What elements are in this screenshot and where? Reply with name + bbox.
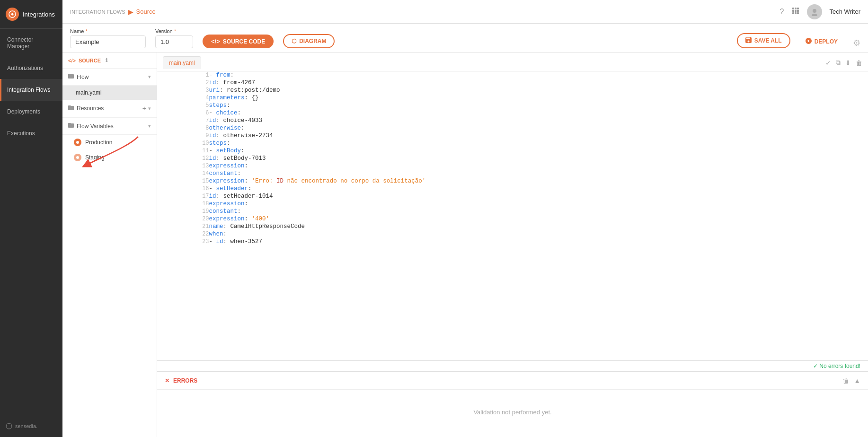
code-line: 2 id: from-4267 — [157, 79, 868, 87]
sidebar: Integrations Connector Manager Authoriza… — [0, 0, 62, 437]
flow-variables-section[interactable]: Flow Variables ▾ — [62, 117, 157, 135]
svg-point-13 — [76, 141, 79, 144]
brand-label: sensedia. — [15, 423, 37, 429]
flow-chevron-icon: ▾ — [148, 74, 151, 80]
code-line: 16 - setHeader: — [157, 185, 868, 192]
code-line: 20 expression: '400' — [157, 215, 868, 223]
env-production[interactable]: Production — [62, 135, 157, 150]
svg-rect-3 — [795, 8, 797, 9]
left-tree-panel: </> SOURCE ℹ Flow ▾ main.yaml — [62, 52, 157, 437]
breadcrumb: INTEGRATION FLOWS ▶ Source — [70, 8, 156, 16]
resources-label: Resources — [77, 105, 104, 112]
sidebar-item-deployments[interactable]: Deployments — [0, 101, 62, 122]
editor-download-icon[interactable]: ⬇ — [845, 59, 851, 67]
breadcrumb-separator: ▶ — [128, 8, 133, 16]
editor-copy-icon[interactable]: ⧉ — [836, 59, 841, 67]
code-line: 10 steps: — [157, 140, 868, 147]
resources-add-icon[interactable]: + — [142, 105, 146, 112]
code-line: 12 id: setBody-7013 — [157, 155, 868, 162]
code-line: 9 id: otherwise-2734 — [157, 132, 868, 140]
svg-point-12 — [812, 14, 817, 16]
arrow-area — [62, 165, 157, 193]
app-logo-icon — [6, 8, 19, 21]
breadcrumb-parent: INTEGRATION FLOWS — [70, 9, 125, 15]
svg-rect-5 — [792, 10, 794, 12]
code-line: 18 expression: — [157, 200, 868, 208]
code-line: 3 uri: rest:post:/demo — [157, 87, 868, 94]
errors-header: ✕ ERRORS 🗑 ▲ — [157, 372, 868, 390]
logo-area: Integrations — [0, 0, 62, 29]
user-name: Tech Writer — [830, 8, 861, 15]
diagram-icon: ⬡ — [292, 38, 296, 44]
code-line: 7 id: choice-4033 — [157, 117, 868, 124]
code-line: 23 - id: when-3527 — [157, 238, 868, 245]
sensedia-branding: sensedia. — [0, 415, 62, 437]
svg-rect-6 — [795, 10, 797, 12]
breadcrumb-active: Source — [136, 8, 156, 15]
code-line: 13 expression: — [157, 162, 868, 170]
code-editor[interactable]: 1 - from: 2 id: from-4267 3 uri: rest:po… — [157, 71, 868, 360]
name-field-group: Name * — [70, 28, 146, 48]
code-line: 5 steps: — [157, 102, 868, 109]
errors-x-icon: ✕ — [165, 377, 169, 384]
flowvars-chevron-icon: ▾ — [148, 123, 151, 129]
errors-panel: ✕ ERRORS 🗑 ▲ Validation not performed ye… — [157, 371, 868, 437]
errors-actions: 🗑 ▲ — [842, 377, 860, 385]
errors-collapse-icon[interactable]: ▲ — [854, 377, 860, 385]
resources-section[interactable]: Resources + ▾ — [62, 100, 157, 117]
errors-trash-icon[interactable]: 🗑 — [842, 377, 849, 385]
file-tab[interactable]: main.yaml — [163, 56, 201, 69]
deploy-button[interactable]: DEPLOY — [800, 35, 843, 48]
svg-rect-4 — [797, 8, 799, 9]
editor-area: main.yaml ✓ ⧉ ⬇ 🗑 1 - from: 2 id: from-4… — [157, 52, 868, 437]
version-required: * — [174, 28, 176, 34]
topbar-icons: ? Tech Writer — [780, 4, 860, 19]
diagram-button[interactable]: ⬡ DIAGRAM — [283, 34, 335, 48]
source-info-icon[interactable]: ℹ — [106, 57, 107, 63]
code-line: 22 when: — [157, 230, 868, 238]
topbar: INTEGRATION FLOWS ▶ Source ? Tech Writer — [62, 0, 868, 24]
save-all-button[interactable]: SAVE ALL — [737, 33, 790, 48]
svg-point-1 — [6, 423, 12, 429]
source-code-button[interactable]: </> SOURCE CODE — [203, 35, 274, 48]
env-staging[interactable]: Staging — [62, 150, 157, 165]
validation-message: Validation not performed yet. — [473, 409, 551, 416]
svg-rect-2 — [792, 8, 794, 9]
sidebar-item-authorizations[interactable]: Authorizations — [0, 57, 62, 79]
svg-point-11 — [813, 9, 816, 13]
code-line: 6 - choice: — [157, 109, 868, 117]
name-input[interactable] — [70, 35, 146, 48]
save-icon — [745, 37, 752, 44]
no-errors-bar: ✓ No errors found! — [157, 360, 868, 371]
code-line: 1 - from: — [157, 71, 868, 79]
errors-body: Validation not performed yet. — [157, 390, 868, 437]
svg-rect-8 — [792, 12, 794, 14]
staging-circle-icon — [74, 154, 81, 161]
sidebar-item-executions[interactable]: Executions — [0, 122, 62, 144]
main-yaml-file[interactable]: main.yaml — [62, 86, 157, 100]
deploy-icon — [806, 38, 812, 45]
staging-label: Staging — [85, 154, 105, 161]
production-label: Production — [85, 139, 112, 146]
svg-rect-7 — [797, 10, 799, 12]
svg-rect-9 — [795, 12, 797, 14]
sidebar-item-connector-manager[interactable]: Connector Manager — [0, 29, 62, 57]
version-input[interactable] — [155, 35, 193, 48]
sidebar-item-integration-flows[interactable]: Integration Flows — [0, 79, 62, 101]
main-area: INTEGRATION FLOWS ▶ Source ? Tech Writer — [62, 0, 868, 437]
help-icon[interactable]: ? — [780, 8, 784, 16]
user-avatar[interactable] — [807, 4, 822, 19]
resources-chevron-icon: ▾ — [148, 105, 151, 112]
editor-check-icon[interactable]: ✓ — [825, 59, 831, 67]
content-area: </> SOURCE ℹ Flow ▾ main.yaml — [62, 52, 868, 437]
svg-point-14 — [76, 156, 79, 159]
editor-trash-icon[interactable]: 🗑 — [856, 59, 862, 67]
source-header: </> SOURCE ℹ — [62, 52, 157, 69]
resources-folder-icon — [68, 105, 74, 112]
code-line: 11 - setBody: — [157, 147, 868, 155]
source-code-tree-icon: </> — [68, 58, 76, 63]
grid-icon[interactable] — [792, 7, 799, 17]
code-line: 4 parameters: {} — [157, 94, 868, 102]
flow-section[interactable]: Flow ▾ — [62, 69, 157, 86]
settings-button[interactable]: ⚙ — [853, 38, 860, 48]
